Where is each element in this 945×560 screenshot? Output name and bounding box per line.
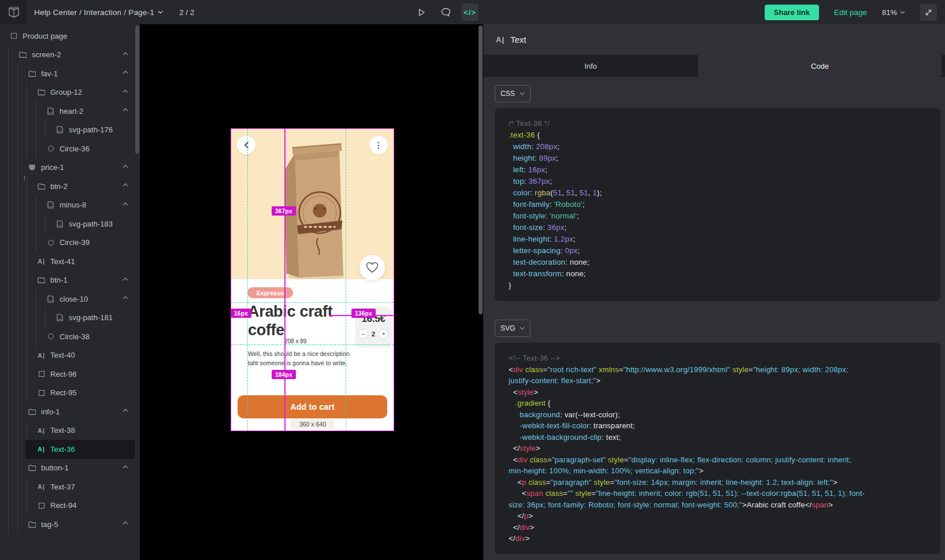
- product-description: Well, this should be a nice description …: [248, 349, 350, 368]
- more-menu-button[interactable]: ⋮: [369, 136, 388, 154]
- layer-row-product-page[interactable]: Product page: [0, 27, 135, 46]
- layer-row-circle-39[interactable]: Circle-39: [0, 233, 135, 253]
- measure-label-top: 367px: [272, 206, 296, 216]
- minus-button[interactable]: –: [358, 329, 368, 339]
- layer-row-rect-96[interactable]: Rect-96: [0, 365, 135, 384]
- layer-row-rect-94[interactable]: Rect-94: [0, 496, 135, 516]
- canvas-scrollbar[interactable]: [479, 25, 483, 314]
- app-logo[interactable]: [0, 0, 27, 24]
- inspector-panel: A| Text Info Code CSS /* Text-36 */.text…: [483, 24, 945, 560]
- layer-row-text-41[interactable]: A|Text-41: [0, 252, 135, 271]
- layer-row-text-38[interactable]: A|Text-38: [0, 421, 135, 440]
- play-button[interactable]: [413, 3, 430, 21]
- indent-guide: [8, 402, 17, 421]
- chevron-up-icon[interactable]: [123, 202, 128, 206]
- layer-row-group-12[interactable]: Group-12: [0, 83, 135, 102]
- breadcrumb-text: Help Center / Interaction / Page-1: [34, 8, 154, 17]
- layer-row-close-10[interactable]: close-10: [0, 290, 135, 309]
- indent-guide: [17, 121, 27, 140]
- chevron-up-icon[interactable]: [123, 108, 128, 112]
- indent-guide: [8, 177, 17, 196]
- layer-row-btn-2[interactable]: btn-2: [0, 177, 135, 196]
- code-line: top: 367px;: [509, 176, 940, 187]
- layer-row-text-37[interactable]: A|Text-37: [0, 477, 135, 496]
- chevron-up-icon[interactable]: [123, 277, 128, 281]
- layer-row-circle-38[interactable]: Circle-38: [0, 327, 135, 346]
- chevron-up-icon[interactable]: [123, 90, 128, 93]
- folder-icon: [18, 50, 27, 59]
- indent-guide: [45, 214, 54, 233]
- layer-row-info-1[interactable]: info-1: [0, 402, 135, 421]
- layer-row-text-40[interactable]: A|Text-40: [0, 346, 135, 365]
- back-button[interactable]: [237, 136, 255, 154]
- layer-row-price-1[interactable]: price-1: [0, 158, 135, 177]
- indent-guide: [8, 496, 17, 516]
- layer-row-button-1[interactable]: button-1: [0, 459, 135, 478]
- edit-page-link[interactable]: Edit page: [834, 8, 867, 17]
- mockup-product-screen[interactable]: ⋮ Expresso Arabic craft coffe 208 x 89 1…: [231, 129, 394, 431]
- code-line: height: 89px;: [509, 153, 940, 164]
- indent-guide: [17, 402, 27, 421]
- chevron-up-icon[interactable]: [123, 71, 128, 74]
- svg-format-dropdown[interactable]: SVG: [495, 320, 531, 337]
- folder-icon: [37, 182, 46, 191]
- circle-icon: [46, 144, 55, 153]
- topbar-right: Share link Edit page 81%: [765, 0, 937, 24]
- share-link-button[interactable]: Share link: [765, 5, 819, 20]
- circle-icon: [46, 332, 55, 341]
- chevron-up-icon[interactable]: [123, 521, 128, 525]
- layer-label: btn-1: [50, 276, 68, 284]
- css-format-dropdown[interactable]: CSS: [495, 85, 531, 102]
- chevron-up-icon[interactable]: [123, 165, 128, 168]
- layer-row-svg-path-183[interactable]: svg-path-183: [0, 214, 135, 233]
- layer-row-rect-95[interactable]: Rect-95: [0, 384, 135, 403]
- layer-label: info-1: [41, 407, 60, 416]
- layer-row-heart-2[interactable]: heart-2: [0, 102, 135, 121]
- measure-line-vertical: [284, 129, 286, 431]
- measure-label-bottom: 184px: [272, 370, 296, 379]
- indent-guide: [8, 515, 17, 534]
- indent-guide: [17, 83, 27, 102]
- tab-info[interactable]: Info: [483, 55, 698, 77]
- indent-guide: [8, 196, 17, 215]
- layer-row-btn-1[interactable]: btn-1: [0, 271, 135, 290]
- indent-guide: [27, 440, 36, 459]
- layer-row-screen-2[interactable]: screen-2: [0, 46, 135, 65]
- layer-row-tag-5[interactable]: tag-5: [0, 515, 135, 534]
- sidebar-scrollbar[interactable]: [135, 25, 139, 154]
- chevron-up-icon[interactable]: [123, 52, 128, 55]
- comment-button[interactable]: [437, 3, 454, 21]
- layer-row-svg-path-176[interactable]: svg-path-176: [0, 121, 135, 140]
- chevron-up-icon[interactable]: [123, 409, 128, 412]
- chevron-up-icon[interactable]: [123, 183, 128, 187]
- indent-guide: [17, 440, 27, 459]
- layer-row-fav-1[interactable]: fav-1: [0, 64, 135, 83]
- plus-button[interactable]: +: [379, 329, 388, 339]
- indent-guide: [36, 327, 45, 346]
- fullscreen-button[interactable]: [920, 4, 937, 21]
- code-line: font-style: 'normal';: [509, 210, 940, 222]
- indent-guide: [8, 214, 17, 233]
- favorite-button[interactable]: [360, 255, 385, 280]
- svg-code-block[interactable]: <!-- Text-36 --><div class="root rich-te…: [495, 343, 940, 554]
- layer-row-circle-36[interactable]: Circle-36: [0, 139, 135, 158]
- layer-row-text-36[interactable]: A|Text-36: [0, 440, 135, 459]
- css-code-block[interactable]: /* Text-36 */.text-36 { width: 208px; he…: [495, 108, 940, 301]
- rect-icon: [37, 501, 46, 510]
- chevron-up-icon[interactable]: [123, 296, 128, 299]
- tab-code[interactable]: Code: [698, 55, 942, 77]
- indent-guide: [27, 309, 36, 328]
- svgfile-icon: [55, 313, 64, 322]
- category-tag[interactable]: Expresso: [247, 287, 293, 298]
- indent-guide: [27, 346, 36, 365]
- zoom-control[interactable]: 81%: [882, 8, 905, 17]
- add-to-cart-button[interactable]: Add to cart: [238, 395, 387, 418]
- indent-guide: [8, 271, 17, 290]
- layer-row-svg-path-181[interactable]: svg-path-181: [0, 309, 135, 328]
- code-panel-button[interactable]: </>: [461, 3, 479, 21]
- code-line: -webkit-background-clip: text;: [509, 432, 940, 443]
- breadcrumb[interactable]: Help Center / Interaction / Page-1: [34, 8, 163, 17]
- chevron-up-icon[interactable]: [123, 465, 128, 469]
- layer-row-minus-8[interactable]: minus-8: [0, 196, 135, 215]
- canvas[interactable]: ⋮ Expresso Arabic craft coffe 208 x 89 1…: [140, 24, 483, 560]
